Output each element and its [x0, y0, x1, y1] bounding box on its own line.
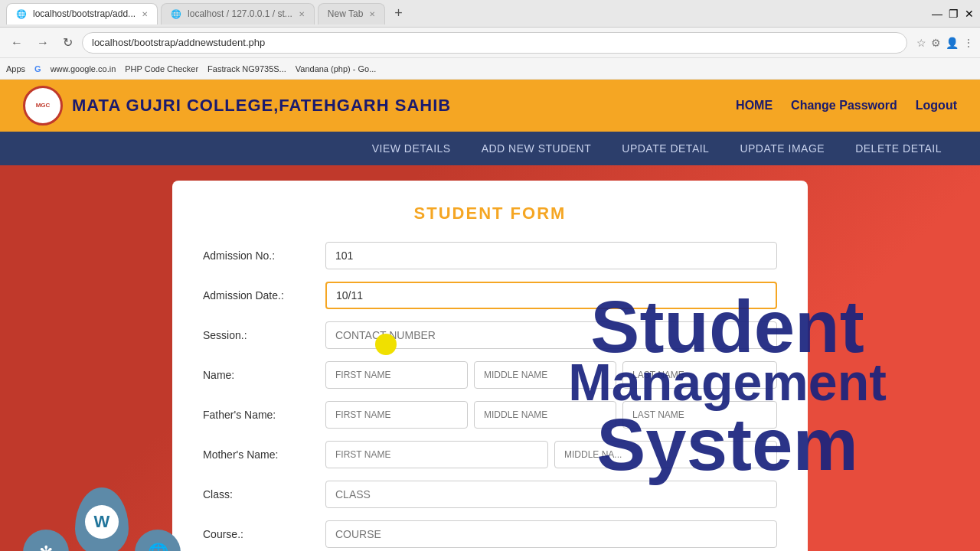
name-last-input[interactable] — [622, 361, 777, 389]
tab-close-2[interactable]: ✕ — [299, 10, 305, 18]
tab-label-2: localhost / 127.0.0.1 / st... — [188, 8, 292, 19]
mother-name-label: Mother's Name: — [203, 448, 325, 461]
college-name: MATA GUJRI COLLEGE,FATEHGARH SAHIB — [72, 96, 451, 116]
cursor-dot — [375, 334, 397, 355]
maximize-button[interactable]: ❐ — [949, 8, 959, 20]
vandana-label: Vandana (php) - Go... — [296, 64, 377, 73]
new-tab-button[interactable]: + — [394, 5, 403, 21]
admission-date-row: Admission Date.: — [203, 282, 777, 309]
tab-close-3[interactable]: ✕ — [369, 10, 375, 18]
father-first-input[interactable] — [325, 401, 468, 429]
browser-tab-3[interactable]: New Tab ✕ — [318, 3, 385, 24]
subnav-update-detail[interactable]: UPDATE DETAIL — [606, 133, 724, 164]
php-overlay: ✻ W 🌐 — [23, 487, 181, 551]
tab2-favicon: 🌐 — [171, 9, 181, 19]
name-row: Name: — [203, 361, 777, 389]
mother-middle-input[interactable] — [554, 441, 777, 468]
mother-first-input[interactable] — [325, 441, 548, 468]
minimize-button[interactable]: — — [932, 8, 942, 20]
form-title: STUDENT FORM — [203, 204, 777, 223]
close-window-button[interactable]: ✕ — [965, 8, 974, 20]
father-last-input[interactable] — [622, 401, 777, 429]
mother-name-fields — [325, 441, 777, 468]
browser-window: 🌐 localhost/bootstrap/add... ✕ 🌐 localho… — [0, 0, 980, 80]
wordpress-icon: W — [85, 505, 119, 539]
father-name-row: Father's Name: — [203, 401, 777, 429]
bookmark-vandana[interactable]: Vandana (php) - Go... — [296, 64, 377, 73]
bookmark-fastrack[interactable]: Fastrack NG9735S... — [207, 64, 286, 73]
google-label: www.google.co.in — [51, 64, 116, 73]
father-name-fields — [325, 401, 777, 429]
college-logo: MGC — [23, 86, 63, 126]
browser-controls: ← → ↻ localhost/bootstrap/addnewstudent.… — [0, 28, 980, 58]
bookmark-google-g[interactable]: G — [34, 64, 41, 73]
bookmarks-bar: Apps G www.google.co.in PHP Code Checker… — [0, 58, 980, 80]
father-middle-input[interactable] — [474, 401, 616, 429]
site-nav: HOME Change Password Logout — [736, 99, 957, 112]
subnav-add-student[interactable]: ADD NEW STUDENT — [466, 133, 607, 164]
bookmark-star[interactable]: ☆ — [916, 37, 926, 49]
menu-icon[interactable]: ⋮ — [963, 37, 974, 49]
student-form-card: STUDENT FORM Admission No.: Admission Da… — [172, 181, 808, 551]
course-row: Course.: — [203, 520, 777, 548]
joomla-icon: ✻ — [23, 530, 69, 551]
reload-button[interactable]: ↻ — [58, 34, 77, 51]
course-label: Course.: — [203, 528, 325, 540]
class-input[interactable] — [325, 481, 777, 508]
browser-tab-active[interactable]: 🌐 localhost/bootstrap/add... ✕ — [6, 3, 158, 24]
father-name-label: Father's Name: — [203, 409, 325, 421]
address-bar[interactable]: localhost/bootstrap/addnewstudent.php — [82, 32, 907, 54]
subnav-view-details[interactable]: VIEW DETAILS — [357, 133, 466, 164]
class-label: Class: — [203, 488, 325, 500]
site-header: MGC MATA GUJRI COLLEGE,FATEHGARH SAHIB H… — [0, 80, 980, 132]
admission-no-label: Admission No.: — [203, 249, 325, 262]
tab-label-active: localhost/bootstrap/add... — [33, 8, 136, 19]
admission-date-label: Admission Date.: — [203, 289, 325, 302]
browser-tab-2[interactable]: 🌐 localhost / 127.0.0.1 / st... ✕ — [161, 3, 315, 24]
subnav-delete-detail[interactable]: DELETE DETAIL — [840, 133, 957, 164]
sub-nav: VIEW DETAILS ADD NEW STUDENT UPDATE DETA… — [0, 132, 980, 165]
globe-icon: 🌐 — [135, 530, 181, 551]
nav-change-password[interactable]: Change Password — [791, 99, 897, 112]
site-logo: MGC MATA GUJRI COLLEGE,FATEHGARH SAHIB — [23, 86, 451, 126]
address-bar-text: localhost/bootstrap/addnewstudent.php — [92, 37, 265, 48]
tab-favicon: 🌐 — [16, 9, 27, 19]
name-first-input[interactable] — [325, 361, 468, 389]
name-middle-input[interactable] — [474, 361, 616, 389]
subnav-update-image[interactable]: UPDATE IMAGE — [724, 133, 840, 164]
name-fields — [325, 361, 777, 389]
google-g: G — [34, 64, 41, 73]
nav-logout[interactable]: Logout — [916, 99, 957, 112]
tab-label-3: New Tab — [328, 8, 363, 19]
location-pin: W — [75, 487, 129, 551]
session-label: Session.: — [203, 329, 325, 341]
browser-titlebar: 🌐 localhost/bootstrap/add... ✕ 🌐 localho… — [0, 0, 980, 28]
extension-icon[interactable]: ⚙ — [931, 37, 941, 49]
nav-home[interactable]: HOME — [736, 99, 773, 112]
joomla-symbol: ✻ — [39, 543, 53, 551]
bookmark-google[interactable]: www.google.co.in — [51, 64, 116, 73]
tab-close-active[interactable]: ✕ — [142, 10, 148, 18]
main-area: Student Management System ✻ W 🌐 — [0, 165, 980, 551]
page-content: MGC MATA GUJRI COLLEGE,FATEHGARH SAHIB H… — [0, 80, 980, 551]
user-icon[interactable]: 👤 — [946, 37, 959, 49]
back-button[interactable]: ← — [6, 34, 28, 51]
session-row: Session.: — [203, 321, 777, 349]
admission-no-row: Admission No.: — [203, 242, 777, 269]
logo-text: MGC — [36, 102, 51, 109]
bookmark-php-checker[interactable]: PHP Code Checker — [125, 64, 198, 73]
admission-date-input[interactable] — [325, 282, 777, 309]
class-row: Class: — [203, 481, 777, 508]
php-checker-label: PHP Code Checker — [125, 64, 198, 73]
apps-label: Apps — [6, 64, 25, 73]
pin-body: W — [75, 487, 129, 551]
fastrack-label: Fastrack NG9735S... — [207, 64, 286, 73]
admission-no-input[interactable] — [325, 242, 777, 269]
forward-button[interactable]: → — [32, 34, 54, 51]
name-label: Name: — [203, 369, 325, 381]
bookmark-apps[interactable]: Apps — [6, 64, 25, 73]
globe-symbol: 🌐 — [148, 543, 168, 551]
course-input[interactable] — [325, 520, 777, 548]
mother-name-row: Mother's Name: — [203, 441, 777, 468]
